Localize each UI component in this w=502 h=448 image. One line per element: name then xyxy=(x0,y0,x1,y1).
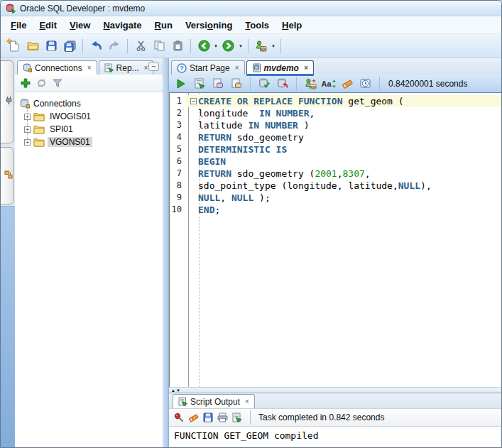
toolbar-separator xyxy=(250,410,251,425)
copy-button[interactable] xyxy=(150,37,168,55)
save-all-button[interactable] xyxy=(60,37,79,55)
main-toolbar: ▼ ▼ SQL ▼ xyxy=(1,34,501,58)
tab-connections-close-icon[interactable]: × xyxy=(87,64,92,72)
clear-output-button[interactable] xyxy=(188,413,199,422)
code-line-7[interactable]: 7RETURN sdo_geometry (2001,8307, xyxy=(170,168,501,180)
commit-button[interactable] xyxy=(256,76,273,92)
to-upper-lower-case-button[interactable]: Aa xyxy=(320,76,337,92)
tree-item-label: SPI01 xyxy=(48,124,75,134)
autotrace-button[interactable] xyxy=(209,76,227,92)
case-toggle-label: Aa xyxy=(321,80,331,88)
explain-plan-button[interactable] xyxy=(228,76,245,92)
script-output-panel: Script Output × xyxy=(169,393,501,447)
menu-navigate[interactable]: Navigate xyxy=(97,18,148,33)
script-output-tab-row: Script Output × xyxy=(169,393,501,409)
menu-file[interactable]: File xyxy=(4,18,33,33)
toolbar-separator xyxy=(379,77,380,91)
tab-connections[interactable]: Connections × xyxy=(17,60,97,75)
tree-item-iwogis01[interactable]: +IWOGIS01 xyxy=(24,110,160,123)
redo-button[interactable] xyxy=(105,37,124,55)
run-script-output-button[interactable] xyxy=(232,413,242,422)
code-editor[interactable]: 1−CREATE OR REPLACE FUNCTION get_geom (2… xyxy=(169,93,501,387)
tab-reports[interactable]: Rep... × xyxy=(99,60,154,75)
run-button[interactable] xyxy=(173,76,190,92)
expand-icon[interactable]: + xyxy=(24,139,31,146)
code-line-10[interactable]: 10END; xyxy=(170,204,501,216)
navigator-minimize-button[interactable]: – xyxy=(148,62,159,71)
rollback-button[interactable] xyxy=(274,76,291,92)
forward-dropdown-icon[interactable]: ▼ xyxy=(239,44,243,48)
tab-script-output[interactable]: Script Output × xyxy=(173,394,255,408)
new-badge-icon xyxy=(6,38,12,44)
menu-run[interactable]: Run xyxy=(148,18,179,33)
tab-connections-label: Connections xyxy=(35,63,82,73)
toolbar-separator xyxy=(127,39,128,53)
add-connection-button[interactable] xyxy=(21,78,31,88)
code-line-9[interactable]: 9NULL, NULL ); xyxy=(170,192,501,204)
code-line-5[interactable]: 5DETERMINISTIC IS xyxy=(170,143,501,155)
sql-history-button[interactable] xyxy=(357,76,374,92)
splitter-up-icon[interactable]: ▲ xyxy=(171,388,175,393)
fold-toggle-icon[interactable]: − xyxy=(189,98,198,104)
tree-root-connections[interactable]: Connections xyxy=(18,97,160,110)
new-file-button[interactable] xyxy=(5,37,23,55)
expand-icon[interactable]: + xyxy=(24,126,31,133)
menu-versioning[interactable]: Versioning xyxy=(179,18,239,33)
code-line-3[interactable]: 3latitude IN NUMBER ) xyxy=(170,119,501,131)
task-status: Task completed in 0.842 seconds xyxy=(258,413,384,422)
connections-navigator: Connections × Rep... × – xyxy=(15,58,163,447)
output-splitter[interactable]: ▲ ▼ xyxy=(169,387,501,393)
undo-button[interactable] xyxy=(87,37,105,55)
menu-view[interactable]: View xyxy=(63,18,97,33)
panel-splitter[interactable] xyxy=(163,58,169,447)
back-button[interactable] xyxy=(195,37,213,55)
save-output-button[interactable] xyxy=(203,413,213,422)
clear-button[interactable] xyxy=(339,76,356,92)
code-line-6[interactable]: 6BEGIN xyxy=(170,155,501,168)
code-line-4[interactable]: 4RETURN sdo_geometry xyxy=(170,131,501,143)
menu-help[interactable]: Help xyxy=(275,18,308,33)
code-line-1[interactable]: 1−CREATE OR REPLACE FUNCTION get_geom ( xyxy=(170,95,501,107)
tab-start-page[interactable]: ? Start Page × xyxy=(171,60,245,75)
tree-item-vgons01[interactable]: +VGONS01 xyxy=(24,136,160,148)
line-number: 6 xyxy=(170,155,185,168)
tab-start-page-label: Start Page xyxy=(190,63,230,73)
versioning-navigator-label: Versioning Navigator xyxy=(0,65,1,137)
paste-button[interactable] xyxy=(168,37,187,55)
new-sql-worksheet-button[interactable]: SQL xyxy=(252,37,271,55)
editor-tab-row: ? Start Page × mvdemo × xyxy=(169,58,501,75)
window-title: Oracle SQL Developer : mvdemo xyxy=(20,4,145,13)
save-button[interactable] xyxy=(42,37,60,55)
pin-button[interactable] xyxy=(174,413,184,422)
open-folder-button[interactable] xyxy=(23,37,42,55)
tree-item-spi01[interactable]: +SPI01 xyxy=(24,123,160,136)
forward-button[interactable] xyxy=(219,37,238,55)
menu-edit[interactable]: Edit xyxy=(33,18,63,33)
sql-worksheet-dropdown-icon[interactable]: ▼ xyxy=(271,44,275,48)
run-script-button[interactable] xyxy=(191,76,208,92)
folder-icon xyxy=(33,138,45,147)
cut-button[interactable] xyxy=(131,37,150,55)
tab-mvdemo-close-icon[interactable]: × xyxy=(304,64,308,72)
filter-icon[interactable] xyxy=(53,79,62,87)
title-bar: Oracle SQL Developer : mvdemo xyxy=(1,1,501,16)
versioning-navigator-vertical-tab[interactable]: Versioning Navigator xyxy=(1,60,13,143)
print-button[interactable] xyxy=(217,413,228,422)
tab-reports-close-icon[interactable]: × xyxy=(144,64,148,72)
tab-script-output-close-icon[interactable]: × xyxy=(245,398,249,405)
menu-tools[interactable]: Tools xyxy=(239,18,275,33)
code-lines: 1−CREATE OR REPLACE FUNCTION get_geom (2… xyxy=(170,95,501,216)
splitter-down-icon[interactable]: ▼ xyxy=(176,388,180,393)
data-modeler-vertical-tab[interactable]: Data Modeler xyxy=(1,147,13,204)
folder-icon xyxy=(33,112,45,121)
line-number: 10 xyxy=(170,204,185,216)
code-line-2[interactable]: 2longitude IN NUMBER, xyxy=(170,107,501,119)
unshared-sql-worksheet-button[interactable]: SQL xyxy=(302,76,319,92)
code-line-8[interactable]: 8sdo_point_type (longitude, latitude,NUL… xyxy=(170,180,501,192)
back-dropdown-icon[interactable]: ▼ xyxy=(214,44,218,48)
expand-icon[interactable]: + xyxy=(24,114,31,120)
line-number: 1 xyxy=(170,95,185,107)
tab-start-page-close-icon[interactable]: × xyxy=(235,64,239,72)
refresh-button[interactable] xyxy=(36,78,47,88)
tab-mvdemo[interactable]: mvdemo × xyxy=(246,60,314,75)
